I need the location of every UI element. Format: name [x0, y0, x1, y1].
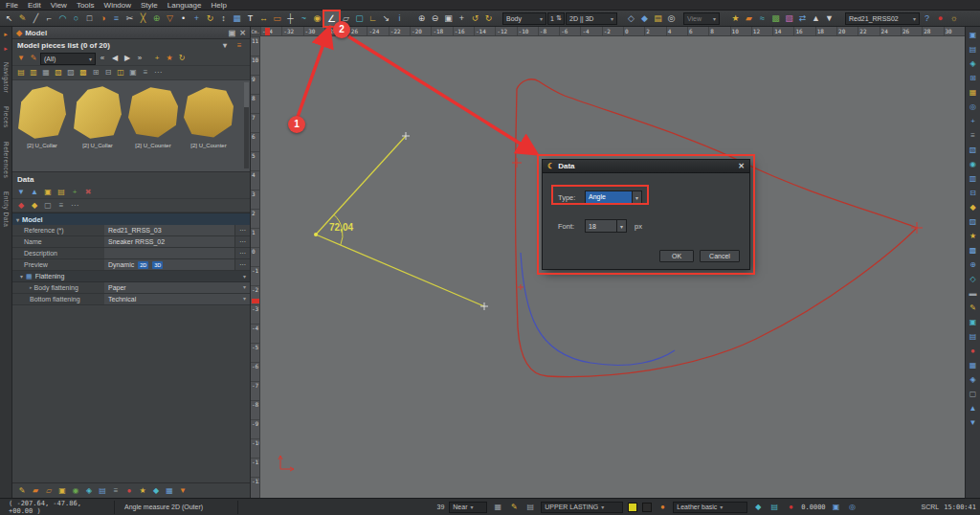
- piece-group-icon[interactable]: ▦: [40, 67, 52, 78]
- clear-field-icon[interactable]: ▢: [42, 200, 54, 212]
- preview-2d-badge[interactable]: 2D: [138, 261, 148, 269]
- target-side-icon[interactable]: ◎: [968, 101, 979, 113]
- layer-status-icon[interactable]: ▤: [524, 502, 536, 513]
- piece-select-icon[interactable]: ▣: [127, 67, 139, 78]
- style-icon[interactable]: ★: [729, 11, 742, 25]
- up-side-icon[interactable]: ▲: [968, 403, 979, 414]
- lines-icon[interactable]: ≈: [756, 11, 768, 25]
- menu-item[interactable]: Edit: [28, 1, 41, 10]
- material-sheet-icon[interactable]: ▤: [768, 502, 780, 513]
- edit-filter-icon[interactable]: ✎: [28, 53, 39, 64]
- palette-icon[interactable]: ▧: [783, 11, 795, 25]
- shaded-view-icon[interactable]: ◆: [638, 11, 651, 25]
- pan-icon[interactable]: +: [456, 11, 468, 25]
- snap-mode-combo[interactable]: Near ▾: [449, 502, 487, 513]
- info-icon[interactable]: i: [393, 11, 406, 25]
- piece-icon[interactable]: ▰: [743, 11, 755, 25]
- pin-icon[interactable]: ▣: [229, 29, 236, 37]
- grid2-side-icon[interactable]: ▦: [968, 360, 979, 371]
- import-icon[interactable]: ▼: [823, 11, 835, 25]
- piece-grade-icon[interactable]: ▩: [78, 67, 89, 78]
- camera-view-icon[interactable]: ◎: [665, 11, 678, 25]
- body-combo[interactable]: Body ▾: [502, 12, 546, 25]
- active-color-swatch[interactable]: [628, 503, 637, 512]
- name-value[interactable]: Sneaker RRSS_02: [104, 236, 234, 247]
- minus-side-icon[interactable]: ⊟: [968, 188, 979, 199]
- record-icon[interactable]: ●: [934, 11, 947, 25]
- edit-side-icon[interactable]: ✎: [968, 302, 979, 314]
- body-count-stepper[interactable]: 1 ⇅: [547, 12, 565, 25]
- circle-tool-icon[interactable]: ○: [70, 11, 82, 25]
- tolerance-dot-icon[interactable]: ●: [785, 502, 796, 513]
- save-data-icon[interactable]: ▼: [15, 187, 27, 198]
- piece-remove-icon[interactable]: ⊟: [102, 67, 114, 78]
- menu-item[interactable]: View: [51, 1, 67, 10]
- type-combo[interactable]: Angle ▾: [585, 190, 642, 204]
- parallel-tool-icon[interactable]: ≡: [110, 11, 122, 25]
- pieces-side-icon[interactable]: ▣: [968, 30, 979, 41]
- redo-icon[interactable]: ↻: [482, 11, 495, 25]
- bar-side-icon[interactable]: ▬: [968, 288, 979, 300]
- view-combo[interactable]: View ▾: [683, 12, 720, 25]
- preview-value[interactable]: Dynamic 2D 3D: [104, 259, 234, 270]
- hatch-side-icon[interactable]: ▧: [968, 145, 979, 156]
- panel-menu-icon[interactable]: ≡: [234, 40, 245, 52]
- piece-copy-icon[interactable]: ▧: [53, 67, 64, 78]
- rectangle-tool-icon[interactable]: □: [83, 11, 96, 25]
- arc-tool-icon[interactable]: ◠: [56, 11, 69, 25]
- draw-piece-icon[interactable]: ✎: [16, 485, 28, 497]
- trim-tool-icon[interactable]: ╳: [137, 11, 149, 25]
- sheet-data-icon[interactable]: ▤: [56, 187, 67, 198]
- lines-side-icon[interactable]: ▤: [968, 44, 979, 56]
- grid-piece-icon[interactable]: ▦: [164, 485, 175, 497]
- settings-icon[interactable]: ☼: [947, 11, 960, 25]
- menu-item[interactable]: File: [6, 1, 18, 10]
- undo-icon[interactable]: ↺: [469, 11, 481, 25]
- help-icon[interactable]: ?: [921, 11, 933, 25]
- ruler-icon[interactable]: ▭: [271, 11, 283, 25]
- menu-item[interactable]: Help: [211, 1, 226, 10]
- dimension-mode-toggle[interactable]: 2D || 3D ▾: [566, 12, 617, 25]
- star-side-icon[interactable]: ★: [968, 231, 979, 242]
- property-group-flattening[interactable]: ▾ ▦ Flattening ▾: [12, 271, 250, 282]
- preview-more-button[interactable]: ⋯: [234, 259, 250, 270]
- card-data-icon[interactable]: ▣: [42, 187, 54, 198]
- add-data-icon[interactable]: +: [69, 187, 80, 198]
- plus-side-icon[interactable]: +: [968, 116, 979, 127]
- outline-side-icon[interactable]: ◇: [968, 274, 979, 285]
- polyline-tool-icon[interactable]: ⌐: [43, 11, 56, 25]
- side-tab[interactable]: Navigator: [3, 58, 10, 97]
- filter-icon[interactable]: ▼: [15, 53, 27, 64]
- menu-item[interactable]: Language: [167, 1, 202, 10]
- down-piece-icon[interactable]: ▼: [177, 485, 189, 497]
- reference-more-button[interactable]: ⋯: [234, 225, 250, 235]
- wireframe-view-icon[interactable]: ◇: [625, 11, 637, 25]
- dialog-titlebar[interactable]: ☾ Data ✕: [543, 160, 749, 173]
- merge-side-icon[interactable]: ⊕: [968, 259, 979, 271]
- layers-icon[interactable]: ▤: [652, 11, 664, 25]
- curve-measure-icon[interactable]: ~: [298, 11, 310, 25]
- notch-tool-icon[interactable]: ▽: [164, 11, 176, 25]
- name-more-button[interactable]: ⋯: [234, 236, 250, 247]
- zoom-fit-icon[interactable]: ▣: [442, 11, 455, 25]
- fill-piece-icon[interactable]: ▣: [56, 485, 68, 497]
- cancel-button[interactable]: Cancel: [700, 250, 740, 262]
- piece-thumbnail[interactable]: [2] U_Collar: [71, 83, 124, 169]
- side-tab[interactable]: Pieces: [3, 102, 10, 132]
- add-side-icon[interactable]: ⊞: [968, 73, 979, 84]
- previous-piece-icon[interactable]: ◀: [109, 53, 121, 64]
- material-combo[interactable]: Leather basic ▾: [673, 502, 747, 513]
- model-tab-icon[interactable]: ▸: [4, 44, 8, 53]
- dock-tab-icon[interactable]: ▸: [4, 30, 8, 38]
- line-tool-icon[interactable]: ╱: [30, 11, 42, 25]
- first-piece-icon[interactable]: «: [97, 53, 108, 64]
- angle-3d-icon[interactable]: ∟: [367, 11, 379, 25]
- grid-icon[interactable]: ▦: [231, 11, 243, 25]
- material-gem-icon[interactable]: ◆: [752, 502, 764, 513]
- diamond-side-icon[interactable]: ◆: [968, 202, 979, 213]
- move-tool-icon[interactable]: +: [190, 11, 203, 25]
- piece-mirror-icon[interactable]: ▨: [65, 67, 77, 78]
- dialog-close-icon[interactable]: ✕: [738, 162, 745, 170]
- load-data-icon[interactable]: ▲: [29, 187, 40, 198]
- empty-side-icon[interactable]: ▢: [968, 389, 979, 400]
